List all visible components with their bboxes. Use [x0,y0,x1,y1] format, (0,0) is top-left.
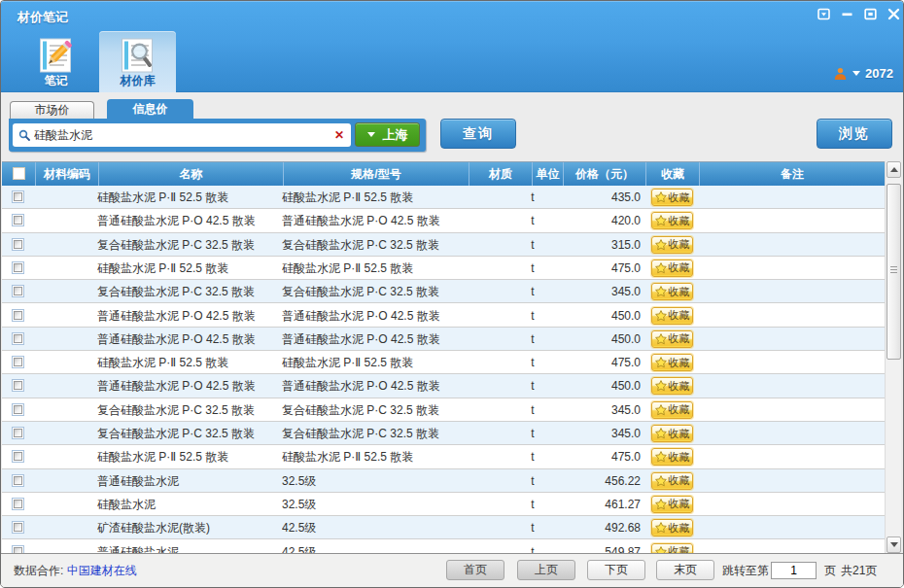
browse-button[interactable]: 浏览 [817,119,892,149]
favorite-button[interactable]: 收藏 [651,307,693,325]
cell-name: 硅酸盐水泥 P·Ⅱ 52.5 散装 [97,445,282,468]
scrollbar-thumb[interactable] [887,184,901,360]
search-input[interactable] [34,123,316,147]
row-checkbox[interactable] [12,545,24,554]
user-menu[interactable]: 2072 [833,66,893,81]
scrollbar-grip [890,269,897,270]
favorite-button[interactable]: 收藏 [651,543,693,554]
cell-unit: t [519,304,546,328]
status-bar: 数据合作: 中国建材在线 首页 上页 下页 末页 跳转至第 页 共21页 [1,553,903,588]
column-header-code[interactable]: 材料编码 [35,162,98,187]
minimize-icon [841,8,853,20]
cell-spec: 32.5级 [282,469,467,493]
next-page-button[interactable]: 下页 [587,560,645,580]
table-row[interactable]: 硅酸盐水泥 P·Ⅱ 52.5 散装 硅酸盐水泥 P·Ⅱ 52.5 散装 t 47… [2,445,885,468]
page-number-input[interactable] [771,562,817,579]
cell-price: 345.0 [563,422,641,445]
row-checkbox[interactable] [12,261,24,274]
favorite-button[interactable]: 收藏 [651,259,693,277]
row-checkbox[interactable] [12,498,24,510]
favorite-button[interactable]: 收藏 [651,496,693,513]
select-all-checkbox[interactable] [13,167,25,180]
close-button[interactable] [887,8,900,20]
cell-price: 475.0 [563,257,641,280]
row-checkbox[interactable] [12,521,24,534]
window-frame: 材价笔记 [0,0,904,588]
row-checkbox-inner [14,452,22,461]
table-row[interactable]: 硅酸盐水泥 P·Ⅱ 52.5 散装 硅酸盐水泥 P·Ⅱ 52.5 散装 t 47… [2,351,885,374]
tab-info-price[interactable]: 信息价 [107,99,193,119]
table-row[interactable]: 硅酸盐水泥 32.5级 t 461.27 收藏 [2,493,885,516]
cell-name: 普通硅酸盐水泥 P·O 42.5 散装 [97,374,282,398]
skin-menu-button[interactable] [817,8,830,20]
tab-market-price[interactable]: 市场价 [10,101,94,120]
maximize-button[interactable] [864,8,877,20]
favorite-button[interactable]: 收藏 [651,448,693,466]
cell-price: 450.0 [563,304,641,328]
table-row[interactable]: 复合硅酸盐水泥 P·C 32.5 散装 复合硅酸盐水泥 P·C 32.5 散装 … [2,280,885,303]
row-checkbox[interactable] [12,474,24,487]
favorite-button-label: 收藏 [669,402,690,417]
row-checkbox[interactable] [12,190,24,203]
row-checkbox[interactable] [12,403,24,416]
scroll-up-button[interactable] [887,161,901,178]
cell-unit: t [519,374,546,398]
row-checkbox[interactable] [12,285,24,297]
vertical-scrollbar[interactable] [885,161,901,553]
data-partner-link[interactable]: 中国建材在线 [67,564,137,577]
favorite-button[interactable]: 收藏 [651,236,693,254]
last-page-button[interactable]: 末页 [656,560,714,580]
column-header-spec[interactable]: 规格/型号 [283,162,469,187]
favorite-button[interactable]: 收藏 [651,330,693,348]
column-header-remark[interactable]: 备注 [699,162,885,187]
column-header-unit[interactable]: 单位 [532,162,563,187]
clear-search-icon[interactable]: ✕ [331,123,347,147]
cell-unit: t [519,351,546,374]
table-row[interactable]: 矿渣硅酸盐水泥(散装) 42.5级 t 492.68 收藏 [2,516,885,539]
table-row[interactable]: 普通硅酸盐水泥 32.5级 t 456.22 收藏 [2,469,885,493]
prev-page-button[interactable]: 上页 [517,560,575,580]
table-row[interactable]: 复合硅酸盐水泥 P·C 32.5 散装 复合硅酸盐水泥 P·C 32.5 散装 … [2,233,885,257]
table-row[interactable]: 普通硅酸盐水泥 P·O 42.5 散装 普通硅酸盐水泥 P·O 42.5 散装 … [2,374,885,398]
toolbar-notes-button[interactable]: 笔记 [17,31,94,92]
cell-spec: 复合硅酸盐水泥 P·C 32.5 散装 [282,398,467,422]
row-checkbox[interactable] [12,427,24,439]
column-header-price[interactable]: 价格（元） [563,162,645,187]
minimize-button[interactable] [841,8,853,20]
table-row[interactable]: 普通硅酸盐水泥 P·O 42.5 散装 普通硅酸盐水泥 P·O 42.5 散装 … [2,328,885,351]
column-header-material[interactable]: 材质 [469,162,532,187]
toolbar-library-button[interactable]: 材价库 [99,31,176,92]
favorite-button[interactable]: 收藏 [651,283,693,300]
row-checkbox[interactable] [12,238,24,251]
favorite-button-label: 收藏 [669,521,690,536]
favorite-button[interactable]: 收藏 [651,519,693,536]
favorite-button-label: 收藏 [669,379,690,394]
row-checkbox[interactable] [12,356,24,368]
favorite-button[interactable]: 收藏 [651,354,693,371]
favorite-button-label: 收藏 [669,331,690,346]
table-row[interactable]: 硅酸盐水泥 P·Ⅱ 52.5 散装 硅酸盐水泥 P·Ⅱ 52.5 散装 t 43… [2,186,885,209]
table-row[interactable]: 普通硅酸盐水泥 P·O 42.5 散装 普通硅酸盐水泥 P·O 42.5 散装 … [2,304,885,328]
favorite-button[interactable]: 收藏 [651,472,693,490]
table-row[interactable]: 复合硅酸盐水泥 P·C 32.5 散装 复合硅酸盐水泥 P·C 32.5 散装 … [2,398,885,422]
favorite-button[interactable]: 收藏 [651,189,693,206]
favorite-button[interactable]: 收藏 [651,212,693,229]
favorite-button[interactable]: 收藏 [651,377,693,395]
table-row[interactable]: 硅酸盐水泥 P·Ⅱ 52.5 散装 硅酸盐水泥 P·Ⅱ 52.5 散装 t 47… [2,257,885,280]
row-checkbox[interactable] [12,214,24,226]
table-row[interactable]: 普通硅酸盐水泥 42.5级 t 549.87 收藏 [2,540,885,554]
row-checkbox[interactable] [12,450,24,463]
query-button[interactable]: 查询 [440,119,516,149]
row-checkbox[interactable] [12,379,24,392]
favorite-button[interactable]: 收藏 [651,401,693,419]
city-select-button[interactable]: 上海 [355,122,420,147]
first-page-button[interactable]: 首页 [446,560,504,580]
table-row[interactable]: 普通硅酸盐水泥 P·O 42.5 散装 普通硅酸盐水泥 P·O 42.5 散装 … [2,209,885,232]
row-checkbox[interactable] [12,309,24,322]
scroll-down-button[interactable] [887,536,901,553]
row-checkbox[interactable] [12,332,24,345]
column-header-name[interactable]: 名称 [98,162,283,187]
column-header-favorite[interactable]: 收藏 [645,162,699,187]
table-row[interactable]: 复合硅酸盐水泥 P·C 32.5 散装 复合硅酸盐水泥 P·C 32.5 散装 … [2,422,885,445]
favorite-button[interactable]: 收藏 [651,425,693,442]
